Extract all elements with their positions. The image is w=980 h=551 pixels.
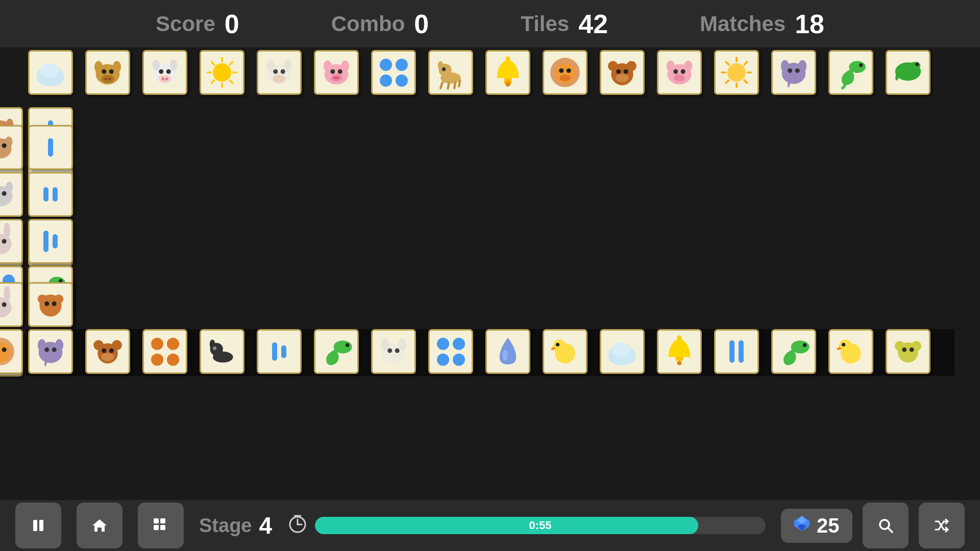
top-tile-9[interactable] [485, 50, 530, 95]
bot-tile-16[interactable] [886, 329, 930, 374]
combo-value: 0 [414, 9, 429, 39]
svg-point-281 [502, 349, 508, 361]
combo-group: Combo 0 [331, 9, 429, 39]
svg-point-268 [102, 348, 106, 353]
lc-tile-2[interactable] [28, 172, 73, 217]
top-tile-6[interactable] [314, 50, 359, 95]
top-tile-7[interactable] [371, 50, 416, 95]
svg-point-200 [608, 61, 618, 71]
top-tile-2[interactable] [85, 50, 130, 95]
svg-point-313 [2, 143, 7, 148]
svg-point-180 [334, 77, 336, 79]
svg-line-167 [211, 80, 214, 83]
svg-point-272 [213, 352, 233, 363]
bot-tile-15[interactable] [828, 329, 873, 374]
bot-tile-9[interactable] [485, 329, 530, 374]
svg-point-178 [338, 69, 342, 74]
bot-tile-8[interactable] [428, 329, 473, 374]
right-controls: 25 [781, 503, 965, 548]
search-button[interactable] [863, 503, 909, 548]
grid-button[interactable] [138, 503, 184, 548]
svg-point-146 [102, 69, 106, 74]
svg-line-219 [726, 80, 728, 83]
top-tile-10[interactable] [543, 50, 587, 95]
rc-tile-1[interactable] [0, 125, 23, 170]
top-tile-16[interactable] [886, 50, 930, 95]
svg-point-158 [165, 77, 168, 80]
matches-label: Matches [700, 12, 786, 36]
stage-number: 4 [259, 512, 272, 539]
svg-point-223 [788, 68, 792, 73]
svg-point-203 [616, 69, 621, 74]
top-tile-14[interactable] [771, 50, 816, 95]
bot-tile-11[interactable] [600, 329, 645, 374]
svg-point-226 [859, 63, 863, 67]
timer-text: 0:55 [529, 519, 552, 532]
svg-rect-336 [160, 518, 165, 523]
lc-tile-5[interactable] [28, 282, 73, 327]
top-tile-4[interactable] [200, 50, 244, 95]
top-tile-5[interactable] [257, 50, 302, 95]
svg-point-280 [395, 348, 400, 353]
lc-tile-1[interactable] [28, 125, 73, 170]
bot-tile-10[interactable] [543, 329, 587, 374]
svg-rect-334 [39, 520, 43, 531]
top-tile-11[interactable] [600, 50, 645, 95]
top-tile-1[interactable] [28, 50, 73, 95]
svg-line-216 [726, 62, 728, 64]
bot-tile-14[interactable] [771, 329, 816, 374]
svg-point-275 [346, 343, 349, 347]
bot-tile-6[interactable] [314, 329, 359, 374]
svg-point-169 [266, 60, 275, 71]
top-tile-13[interactable] [714, 50, 759, 95]
svg-point-175 [324, 61, 332, 72]
bot-tile-5[interactable] [257, 329, 302, 374]
top-tile-15[interactable] [828, 50, 873, 95]
bot-tile-3[interactable] [142, 329, 187, 374]
svg-point-192 [506, 82, 510, 87]
bot-tile-2[interactable] [85, 329, 130, 374]
rc-tile-3[interactable] [0, 219, 23, 264]
svg-point-142 [40, 63, 59, 78]
matches-group: Matches 18 [700, 9, 824, 39]
tiles-label: Tiles [521, 12, 569, 36]
svg-point-283 [553, 340, 566, 353]
svg-point-284 [556, 343, 559, 346]
top-tile-12[interactable] [657, 50, 702, 95]
top-tile-3[interactable] [142, 50, 187, 95]
bot-tile-13[interactable] [714, 329, 759, 374]
bot-tile-4[interactable] [200, 329, 244, 374]
rc-tile-2[interactable] [0, 172, 23, 217]
svg-point-181 [336, 77, 339, 79]
svg-point-210 [674, 74, 685, 82]
svg-point-318 [2, 191, 7, 196]
shuffle-button[interactable] [919, 503, 965, 548]
svg-line-188 [454, 83, 455, 88]
svg-point-159 [213, 63, 231, 82]
svg-point-209 [681, 69, 685, 74]
lc-tile-3[interactable] [28, 219, 73, 264]
svg-point-293 [803, 343, 806, 347]
svg-point-177 [330, 69, 335, 74]
svg-point-224 [795, 68, 800, 73]
bot-tile-1[interactable] [28, 329, 73, 374]
svg-point-185 [442, 67, 446, 71]
svg-point-193 [506, 57, 510, 61]
svg-point-197 [567, 68, 571, 73]
svg-point-176 [341, 61, 349, 72]
top-tile-8[interactable] [428, 50, 473, 95]
svg-point-229 [915, 62, 919, 66]
rc-tile-5[interactable] [0, 282, 23, 327]
svg-point-172 [281, 69, 285, 74]
rc-tile-6[interactable] [0, 329, 23, 374]
svg-line-164 [211, 62, 214, 64]
svg-point-196 [559, 68, 564, 73]
pause-button[interactable] [15, 503, 61, 548]
svg-point-150 [108, 78, 111, 80]
svg-point-296 [842, 343, 845, 346]
bot-tile-7[interactable] [371, 329, 416, 374]
tiles-value: 42 [578, 9, 608, 39]
gem-section[interactable]: 25 [781, 509, 852, 543]
bot-tile-12[interactable] [657, 329, 702, 374]
home-button[interactable] [77, 503, 122, 548]
